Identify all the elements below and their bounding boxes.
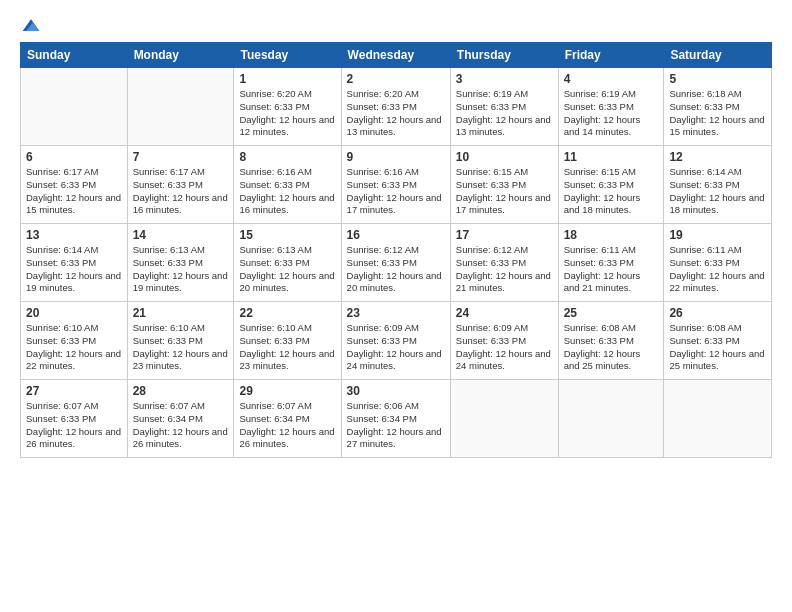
day-info: Sunrise: 6:10 AMSunset: 6:33 PMDaylight:… bbox=[239, 322, 335, 373]
weekday-header: Monday bbox=[127, 43, 234, 68]
calendar-cell: 20Sunrise: 6:10 AMSunset: 6:33 PMDayligh… bbox=[21, 302, 128, 380]
day-info: Sunrise: 6:15 AMSunset: 6:33 PMDaylight:… bbox=[564, 166, 659, 217]
day-info: Sunrise: 6:06 AMSunset: 6:34 PMDaylight:… bbox=[347, 400, 445, 451]
day-number: 14 bbox=[133, 228, 229, 242]
day-number: 27 bbox=[26, 384, 122, 398]
day-number: 22 bbox=[239, 306, 335, 320]
calendar-cell: 7Sunrise: 6:17 AMSunset: 6:33 PMDaylight… bbox=[127, 146, 234, 224]
day-info: Sunrise: 6:10 AMSunset: 6:33 PMDaylight:… bbox=[26, 322, 122, 373]
day-number: 29 bbox=[239, 384, 335, 398]
day-number: 3 bbox=[456, 72, 553, 86]
day-number: 5 bbox=[669, 72, 766, 86]
calendar-cell: 28Sunrise: 6:07 AMSunset: 6:34 PMDayligh… bbox=[127, 380, 234, 458]
calendar-cell: 8Sunrise: 6:16 AMSunset: 6:33 PMDaylight… bbox=[234, 146, 341, 224]
weekday-header: Saturday bbox=[664, 43, 772, 68]
day-number: 16 bbox=[347, 228, 445, 242]
calendar-cell: 11Sunrise: 6:15 AMSunset: 6:33 PMDayligh… bbox=[558, 146, 664, 224]
day-number: 15 bbox=[239, 228, 335, 242]
day-info: Sunrise: 6:17 AMSunset: 6:33 PMDaylight:… bbox=[26, 166, 122, 217]
day-number: 17 bbox=[456, 228, 553, 242]
day-number: 18 bbox=[564, 228, 659, 242]
calendar-cell: 12Sunrise: 6:14 AMSunset: 6:33 PMDayligh… bbox=[664, 146, 772, 224]
day-info: Sunrise: 6:11 AMSunset: 6:33 PMDaylight:… bbox=[564, 244, 659, 295]
day-number: 7 bbox=[133, 150, 229, 164]
weekday-header: Tuesday bbox=[234, 43, 341, 68]
calendar-cell: 29Sunrise: 6:07 AMSunset: 6:34 PMDayligh… bbox=[234, 380, 341, 458]
day-info: Sunrise: 6:09 AMSunset: 6:33 PMDaylight:… bbox=[347, 322, 445, 373]
day-number: 23 bbox=[347, 306, 445, 320]
calendar-cell: 17Sunrise: 6:12 AMSunset: 6:33 PMDayligh… bbox=[450, 224, 558, 302]
day-info: Sunrise: 6:13 AMSunset: 6:33 PMDaylight:… bbox=[133, 244, 229, 295]
calendar-cell: 18Sunrise: 6:11 AMSunset: 6:33 PMDayligh… bbox=[558, 224, 664, 302]
day-number: 2 bbox=[347, 72, 445, 86]
day-info: Sunrise: 6:20 AMSunset: 6:33 PMDaylight:… bbox=[347, 88, 445, 139]
day-number: 25 bbox=[564, 306, 659, 320]
calendar-cell: 30Sunrise: 6:06 AMSunset: 6:34 PMDayligh… bbox=[341, 380, 450, 458]
day-info: Sunrise: 6:18 AMSunset: 6:33 PMDaylight:… bbox=[669, 88, 766, 139]
day-info: Sunrise: 6:16 AMSunset: 6:33 PMDaylight:… bbox=[347, 166, 445, 217]
day-info: Sunrise: 6:19 AMSunset: 6:33 PMDaylight:… bbox=[564, 88, 659, 139]
day-info: Sunrise: 6:16 AMSunset: 6:33 PMDaylight:… bbox=[239, 166, 335, 217]
calendar-cell bbox=[127, 68, 234, 146]
day-info: Sunrise: 6:07 AMSunset: 6:33 PMDaylight:… bbox=[26, 400, 122, 451]
day-number: 28 bbox=[133, 384, 229, 398]
calendar: SundayMondayTuesdayWednesdayThursdayFrid… bbox=[20, 42, 772, 458]
calendar-cell bbox=[21, 68, 128, 146]
day-number: 8 bbox=[239, 150, 335, 164]
calendar-cell: 5Sunrise: 6:18 AMSunset: 6:33 PMDaylight… bbox=[664, 68, 772, 146]
page: SundayMondayTuesdayWednesdayThursdayFrid… bbox=[0, 0, 792, 612]
calendar-cell: 24Sunrise: 6:09 AMSunset: 6:33 PMDayligh… bbox=[450, 302, 558, 380]
calendar-cell: 22Sunrise: 6:10 AMSunset: 6:33 PMDayligh… bbox=[234, 302, 341, 380]
day-info: Sunrise: 6:10 AMSunset: 6:33 PMDaylight:… bbox=[133, 322, 229, 373]
calendar-cell: 10Sunrise: 6:15 AMSunset: 6:33 PMDayligh… bbox=[450, 146, 558, 224]
day-number: 24 bbox=[456, 306, 553, 320]
day-info: Sunrise: 6:20 AMSunset: 6:33 PMDaylight:… bbox=[239, 88, 335, 139]
weekday-header: Sunday bbox=[21, 43, 128, 68]
calendar-cell: 13Sunrise: 6:14 AMSunset: 6:33 PMDayligh… bbox=[21, 224, 128, 302]
day-number: 26 bbox=[669, 306, 766, 320]
day-info: Sunrise: 6:07 AMSunset: 6:34 PMDaylight:… bbox=[133, 400, 229, 451]
calendar-cell: 25Sunrise: 6:08 AMSunset: 6:33 PMDayligh… bbox=[558, 302, 664, 380]
calendar-cell: 15Sunrise: 6:13 AMSunset: 6:33 PMDayligh… bbox=[234, 224, 341, 302]
day-number: 9 bbox=[347, 150, 445, 164]
day-number: 1 bbox=[239, 72, 335, 86]
weekday-header: Friday bbox=[558, 43, 664, 68]
day-number: 30 bbox=[347, 384, 445, 398]
day-number: 11 bbox=[564, 150, 659, 164]
calendar-cell: 26Sunrise: 6:08 AMSunset: 6:33 PMDayligh… bbox=[664, 302, 772, 380]
day-info: Sunrise: 6:17 AMSunset: 6:33 PMDaylight:… bbox=[133, 166, 229, 217]
calendar-cell: 1Sunrise: 6:20 AMSunset: 6:33 PMDaylight… bbox=[234, 68, 341, 146]
calendar-cell: 21Sunrise: 6:10 AMSunset: 6:33 PMDayligh… bbox=[127, 302, 234, 380]
day-info: Sunrise: 6:14 AMSunset: 6:33 PMDaylight:… bbox=[26, 244, 122, 295]
calendar-cell: 9Sunrise: 6:16 AMSunset: 6:33 PMDaylight… bbox=[341, 146, 450, 224]
logo bbox=[20, 16, 41, 32]
calendar-cell: 19Sunrise: 6:11 AMSunset: 6:33 PMDayligh… bbox=[664, 224, 772, 302]
header bbox=[20, 16, 772, 32]
day-number: 12 bbox=[669, 150, 766, 164]
day-info: Sunrise: 6:12 AMSunset: 6:33 PMDaylight:… bbox=[347, 244, 445, 295]
day-number: 6 bbox=[26, 150, 122, 164]
calendar-cell: 4Sunrise: 6:19 AMSunset: 6:33 PMDaylight… bbox=[558, 68, 664, 146]
calendar-cell: 2Sunrise: 6:20 AMSunset: 6:33 PMDaylight… bbox=[341, 68, 450, 146]
calendar-cell: 14Sunrise: 6:13 AMSunset: 6:33 PMDayligh… bbox=[127, 224, 234, 302]
calendar-cell: 23Sunrise: 6:09 AMSunset: 6:33 PMDayligh… bbox=[341, 302, 450, 380]
calendar-cell bbox=[664, 380, 772, 458]
day-info: Sunrise: 6:08 AMSunset: 6:33 PMDaylight:… bbox=[669, 322, 766, 373]
day-info: Sunrise: 6:11 AMSunset: 6:33 PMDaylight:… bbox=[669, 244, 766, 295]
calendar-cell: 3Sunrise: 6:19 AMSunset: 6:33 PMDaylight… bbox=[450, 68, 558, 146]
calendar-cell bbox=[558, 380, 664, 458]
day-info: Sunrise: 6:19 AMSunset: 6:33 PMDaylight:… bbox=[456, 88, 553, 139]
calendar-cell bbox=[450, 380, 558, 458]
day-number: 21 bbox=[133, 306, 229, 320]
day-number: 13 bbox=[26, 228, 122, 242]
day-info: Sunrise: 6:13 AMSunset: 6:33 PMDaylight:… bbox=[239, 244, 335, 295]
day-info: Sunrise: 6:07 AMSunset: 6:34 PMDaylight:… bbox=[239, 400, 335, 451]
calendar-cell: 27Sunrise: 6:07 AMSunset: 6:33 PMDayligh… bbox=[21, 380, 128, 458]
day-info: Sunrise: 6:14 AMSunset: 6:33 PMDaylight:… bbox=[669, 166, 766, 217]
day-number: 19 bbox=[669, 228, 766, 242]
day-info: Sunrise: 6:08 AMSunset: 6:33 PMDaylight:… bbox=[564, 322, 659, 373]
day-number: 10 bbox=[456, 150, 553, 164]
calendar-cell: 16Sunrise: 6:12 AMSunset: 6:33 PMDayligh… bbox=[341, 224, 450, 302]
logo-icon bbox=[21, 16, 41, 36]
day-number: 4 bbox=[564, 72, 659, 86]
